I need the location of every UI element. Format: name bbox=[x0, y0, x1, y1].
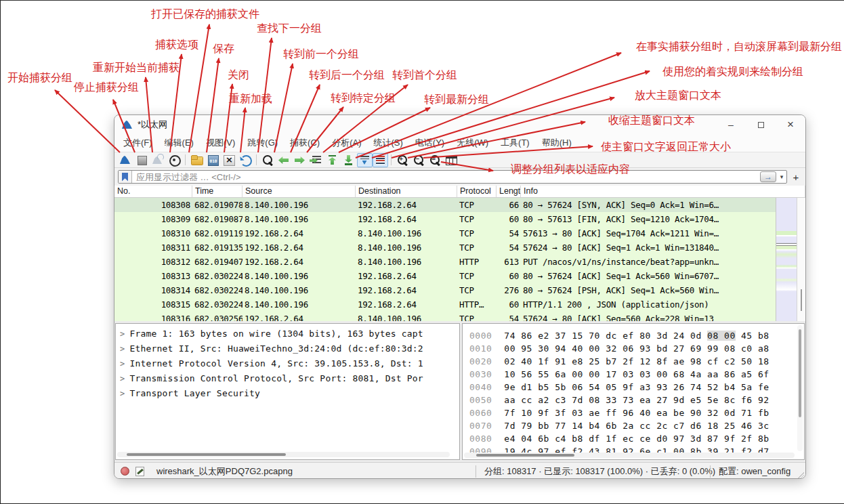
scrollbar-thumb[interactable] bbox=[801, 289, 802, 311]
packet-cell: 54 bbox=[497, 240, 521, 255]
menu-item-3[interactable]: 视图(V) bbox=[200, 134, 241, 152]
hex-row[interactable]: 000074 86 e2 37 15 70 dc ef 80 3d 24 0d … bbox=[463, 329, 804, 342]
expand-chevron-icon[interactable]: > bbox=[120, 374, 125, 383]
packet-cell: 8.140.100.196 bbox=[242, 269, 356, 283]
menu-item-5[interactable]: 捕获(C) bbox=[284, 134, 326, 152]
hex-offset: 0010 bbox=[469, 343, 492, 354]
intelligent-scrollbar-minimap[interactable] bbox=[776, 198, 797, 321]
previous-packet-button[interactable] bbox=[276, 152, 292, 167]
last-packet-button[interactable] bbox=[341, 152, 357, 167]
hex-row[interactable]: 00409e d1 b5 5b 06 54 05 9f a3 93 26 74 … bbox=[463, 381, 804, 394]
first-packet-button[interactable] bbox=[324, 152, 341, 167]
hex-row[interactable]: 002002 40 1f 91 e8 25 b7 2f 12 8f ae 98 … bbox=[463, 355, 804, 368]
expand-chevron-icon[interactable]: > bbox=[120, 344, 125, 354]
packet-row[interactable]: 108312682.019407192.168.2.648.140.100.19… bbox=[114, 255, 776, 269]
column-header-source[interactable]: Source bbox=[242, 186, 356, 197]
menu-item-4[interactable]: 跳转(G) bbox=[241, 134, 284, 152]
hex-row[interactable]: 00707d 79 bb 77 14 b4 6b 2a cc 2c c7 d6 … bbox=[463, 419, 804, 432]
add-filter-button[interactable]: + bbox=[790, 170, 802, 184]
filter-dropdown-button[interactable]: ▾ bbox=[777, 171, 786, 182]
column-header-lengtl[interactable]: Lengtl bbox=[497, 186, 521, 197]
open-file-button[interactable] bbox=[188, 152, 205, 167]
hex-row[interactable]: 0080e4 04 6b c4 b8 df 1f ec ce d0 97 3d … bbox=[463, 432, 804, 445]
zoom-normal-button[interactable]: = bbox=[427, 152, 443, 167]
hex-row[interactable]: 00607f 10 9f 3f 03 ae ff 96 40 ea be 90 … bbox=[463, 406, 804, 419]
reload-file-button[interactable] bbox=[237, 152, 253, 167]
packet-row[interactable]: 108316682.030256192.168.2.648.140.100.19… bbox=[114, 312, 776, 321]
detail-tree-item[interactable]: >Ethernet II, Src: HuaweiTechno_3d:24:0d… bbox=[116, 341, 459, 356]
colorize-button[interactable] bbox=[373, 153, 388, 167]
hex-vscroll-thumb[interactable] bbox=[799, 329, 801, 417]
packet-row[interactable]: 108314682.0302248.140.100.196192.168.2.6… bbox=[114, 283, 776, 297]
expert-info-icon[interactable] bbox=[121, 467, 129, 476]
detail-tree-item[interactable]: >Transmission Control Protocol, Src Port… bbox=[116, 371, 459, 386]
details-hscrollbar[interactable] bbox=[117, 452, 450, 457]
zoom-out-button[interactable]: − bbox=[410, 152, 427, 167]
menu-item-8[interactable]: 电话(Y) bbox=[409, 134, 450, 152]
menu-item-9[interactable]: 无线(W) bbox=[450, 134, 494, 152]
maximize-button[interactable] bbox=[746, 115, 776, 134]
column-header-time[interactable]: Time bbox=[192, 186, 242, 197]
detail-tree-item[interactable]: >Transport Layer Security bbox=[116, 386, 459, 401]
packet-cell: 80 → 57624 [SYN, ACK] Seq=0 Ack=1 Win=6… bbox=[521, 198, 776, 212]
details-hscroll-thumb[interactable] bbox=[127, 453, 286, 456]
minimize-icon: – bbox=[728, 119, 734, 130]
hex-row[interactable]: 001000 95 30 94 40 00 32 06 93 bd 27 69 … bbox=[463, 342, 804, 355]
autoscroll-button[interactable] bbox=[357, 153, 373, 167]
zoom-in-button[interactable]: + bbox=[394, 152, 410, 167]
packet-cell: 108312 bbox=[114, 255, 192, 269]
filter-bookmark-button[interactable] bbox=[119, 171, 132, 183]
display-filter-input[interactable] bbox=[132, 171, 760, 182]
detail-tree-item[interactable]: >Internet Protocol Version 4, Src: 39.10… bbox=[116, 356, 459, 371]
minimize-button[interactable]: – bbox=[716, 115, 746, 134]
hex-row[interactable]: 0050aa cc a2 c3 7d 08 33 73 ea 27 9d e5 … bbox=[463, 394, 804, 406]
hex-hscrollbar[interactable] bbox=[464, 453, 795, 458]
close-button[interactable]: × bbox=[776, 115, 805, 134]
packet-cell: 108308 bbox=[114, 198, 192, 212]
packet-row[interactable]: 108309682.0190878.140.100.196192.168.2.6… bbox=[114, 212, 776, 226]
hex-row[interactable]: 003010 56 55 6a 00 00 17 03 03 00 68 4a … bbox=[463, 368, 804, 381]
capture-options-button[interactable] bbox=[166, 152, 182, 167]
menu-item-7[interactable]: 统计(S) bbox=[367, 134, 408, 152]
save-file-button[interactable] bbox=[205, 152, 221, 167]
menu-item-10[interactable]: 工具(T) bbox=[494, 134, 536, 152]
menu-item-1[interactable]: 文件(F) bbox=[117, 134, 159, 152]
profile-name[interactable]: 配置: owen_config bbox=[719, 463, 790, 479]
restart-capture-icon bbox=[151, 154, 165, 166]
start-capture-button[interactable] bbox=[117, 152, 133, 167]
apply-filter-button[interactable]: → bbox=[760, 171, 776, 182]
packet-row[interactable]: 108311682.019135192.168.2.648.140.100.19… bbox=[114, 240, 776, 255]
packet-row[interactable]: 108313682.0302248.140.100.196192.168.2.6… bbox=[114, 269, 776, 283]
annotation-label-1: 开始捕获分组 bbox=[7, 71, 72, 84]
packet-row[interactable]: 108308682.0190788.140.100.196192.168.2.6… bbox=[114, 198, 776, 212]
menu-item-2[interactable]: 编辑(E) bbox=[159, 134, 200, 152]
resize-columns-button[interactable] bbox=[443, 152, 459, 167]
column-header-protocol[interactable]: Protocol bbox=[457, 186, 497, 197]
column-header-no[interactable]: No. bbox=[114, 186, 192, 197]
stop-capture-button[interactable] bbox=[133, 152, 150, 167]
packet-row[interactable]: 108310682.019119192.168.2.648.140.100.19… bbox=[114, 226, 776, 240]
menu-item-11[interactable]: 帮助(H) bbox=[536, 134, 578, 152]
menu-item-6[interactable]: 分析(A) bbox=[326, 134, 367, 152]
expand-chevron-icon[interactable]: > bbox=[120, 329, 125, 339]
detail-tree-item[interactable]: >Frame 1: 163 bytes on wire (1304 bits),… bbox=[116, 327, 459, 341]
goto-packet-button[interactable] bbox=[308, 152, 324, 167]
expand-chevron-icon[interactable]: > bbox=[120, 359, 125, 369]
close-file-button[interactable] bbox=[221, 152, 237, 167]
capture-comment-icon[interactable] bbox=[135, 467, 144, 476]
expand-chevron-icon[interactable]: > bbox=[120, 389, 125, 398]
resize-grip[interactable] bbox=[797, 471, 804, 478]
hex-offset: 0000 bbox=[469, 331, 492, 341]
packet-row[interactable]: 108315682.0302248.140.100.196192.168.2.6… bbox=[114, 297, 776, 312]
hex-offset: 0060 bbox=[469, 408, 492, 418]
find-packet-button[interactable] bbox=[259, 152, 276, 167]
column-header-info[interactable]: Info bbox=[521, 186, 805, 197]
packet-list-scrollbar[interactable] bbox=[797, 198, 805, 321]
next-packet-button[interactable] bbox=[292, 152, 308, 167]
column-header-destination[interactable]: Destination bbox=[356, 186, 457, 197]
restart-capture-button[interactable] bbox=[150, 152, 166, 167]
annotation-label-17: 放大主题窗口文本 bbox=[635, 89, 721, 102]
packet-rows: 108308682.0190788.140.100.196192.168.2.6… bbox=[114, 198, 776, 321]
hex-hscroll-thumb[interactable] bbox=[476, 454, 574, 457]
hex-vscrollbar[interactable] bbox=[797, 325, 803, 451]
